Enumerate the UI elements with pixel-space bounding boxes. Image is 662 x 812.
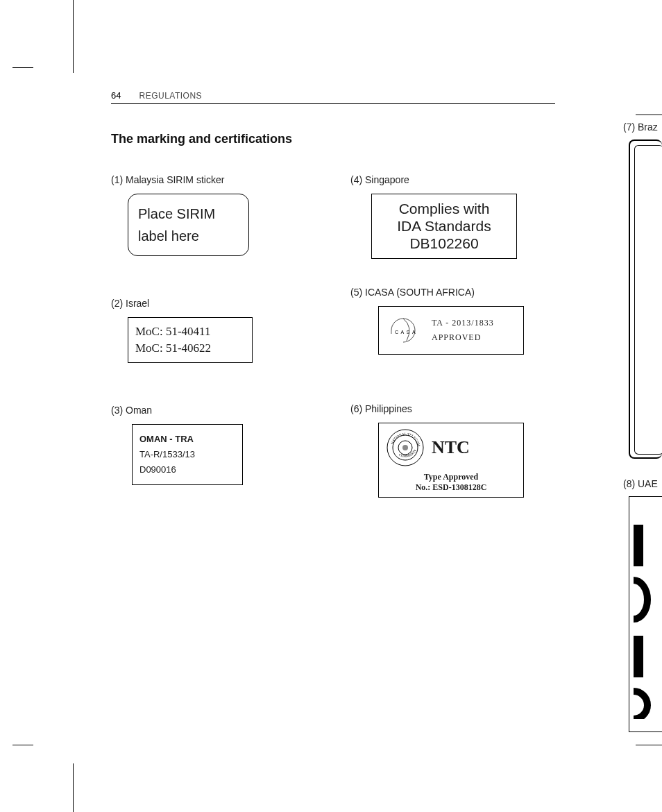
partial-box-uae xyxy=(629,496,662,732)
section-title: The marking and certifications xyxy=(111,132,555,146)
crop-mark xyxy=(12,745,33,745)
israel-line1: MoC: 51-40411 xyxy=(135,323,245,340)
sg-line2: IDA Standards xyxy=(377,217,511,235)
caption: (2) Israel xyxy=(111,298,316,309)
partial-box-brazil-inner xyxy=(634,145,662,455)
ntc-box: NATIONAL TELECOMMUNICATIONS COMMISION NT… xyxy=(378,423,524,498)
sirim-line1: Place SIRIM xyxy=(138,206,239,222)
icasa-logo-icon: I C A S A xyxy=(386,313,421,348)
sg-line1: Complies with xyxy=(377,200,511,217)
crop-mark xyxy=(636,115,662,115)
oman-box: OMAN - TRA TA-R/1533/13 D090016 xyxy=(132,424,243,485)
singapore-box: Complies with IDA Standards DB102260 xyxy=(371,194,517,259)
ntc-line1: Type Approved xyxy=(379,472,523,483)
icasa-box: I C A S A TA - 2013/1833 APPROVED xyxy=(378,306,524,355)
israel-line2: MoC: 51-40622 xyxy=(135,340,245,357)
ntc-seal-icon: NATIONAL TELECOMMUNICATIONS COMMISION xyxy=(386,428,425,467)
sirim-placeholder-box: Place SIRIM label here xyxy=(128,194,249,256)
ntc-line2: No.: ESD-1308128C xyxy=(379,482,523,493)
caption: (1) Malaysia SIRIM sticker xyxy=(111,174,316,185)
sirim-line2: label here xyxy=(138,228,239,244)
svg-point-4 xyxy=(402,445,408,450)
partial-box-brazil xyxy=(629,139,662,459)
caption: (6) Philippines xyxy=(350,403,555,414)
header-label: REGULATIONS xyxy=(139,91,202,101)
caption: (4) Singapore xyxy=(350,174,555,185)
svg-text:I C A S A: I C A S A xyxy=(391,330,416,335)
partial-caption-uae: (8) UAE xyxy=(623,478,662,489)
caption: (5) ICASA (SOUTH AFRICA) xyxy=(350,287,555,298)
icasa-line2: APPROVED xyxy=(432,332,494,343)
svg-rect-7 xyxy=(634,525,643,566)
ntc-bottom: Type Approved No.: ESD-1308128C xyxy=(379,472,523,498)
svg-rect-8 xyxy=(634,636,643,677)
cert-icasa: (5) ICASA (SOUTH AFRICA) I C A S A TA - … xyxy=(350,287,555,355)
partial-content-icon xyxy=(634,525,661,719)
crop-mark xyxy=(636,745,662,745)
ntc-top: NATIONAL TELECOMMUNICATIONS COMMISION NT… xyxy=(379,423,523,472)
sg-line3: DB102260 xyxy=(377,235,511,252)
cert-singapore: (4) Singapore Complies with IDA Standard… xyxy=(350,174,555,259)
partial-uae: (8) UAE xyxy=(623,478,662,732)
cert-israel: (2) Israel MoC: 51-40411 MoC: 51-40622 xyxy=(111,298,316,363)
israel-box: MoC: 51-40411 MoC: 51-40622 xyxy=(128,317,253,363)
icasa-text: TA - 2013/1833 APPROVED xyxy=(432,314,494,347)
cert-malaysia: (1) Malaysia SIRIM sticker Place SIRIM l… xyxy=(111,174,316,256)
next-page-partial: (7) Braz (8) UAE xyxy=(623,121,662,732)
partial-caption-brazil: (7) Braz xyxy=(623,121,662,133)
ntc-brand: NTC xyxy=(432,437,470,458)
right-column: (4) Singapore Complies with IDA Standard… xyxy=(350,174,555,539)
running-header: 64 REGULATIONS xyxy=(111,90,555,101)
header-rule xyxy=(111,103,555,104)
crop-mark xyxy=(12,67,33,68)
columns: (1) Malaysia SIRIM sticker Place SIRIM l… xyxy=(111,174,555,539)
crop-mark xyxy=(73,0,74,73)
crop-mark xyxy=(73,763,74,812)
oman-line1: TA-R/1533/13 xyxy=(139,447,235,462)
cert-philippines: (6) Philippines NATIONAL TELECOMMUNICATI… xyxy=(350,403,555,498)
oman-head: OMAN - TRA xyxy=(139,432,235,447)
left-column: (1) Malaysia SIRIM sticker Place SIRIM l… xyxy=(111,174,316,539)
page-number: 64 xyxy=(111,90,121,101)
icasa-line1: TA - 2013/1833 xyxy=(432,318,494,328)
caption: (3) Oman xyxy=(111,405,316,416)
cert-oman: (3) Oman OMAN - TRA TA-R/1533/13 D090016 xyxy=(111,405,316,485)
svg-text:NATIONAL TELECOMMUNICATIONS: NATIONAL TELECOMMUNICATIONS xyxy=(386,428,421,447)
oman-line2: D090016 xyxy=(139,462,235,477)
page-content: 64 REGULATIONS The marking and certifica… xyxy=(111,90,555,539)
